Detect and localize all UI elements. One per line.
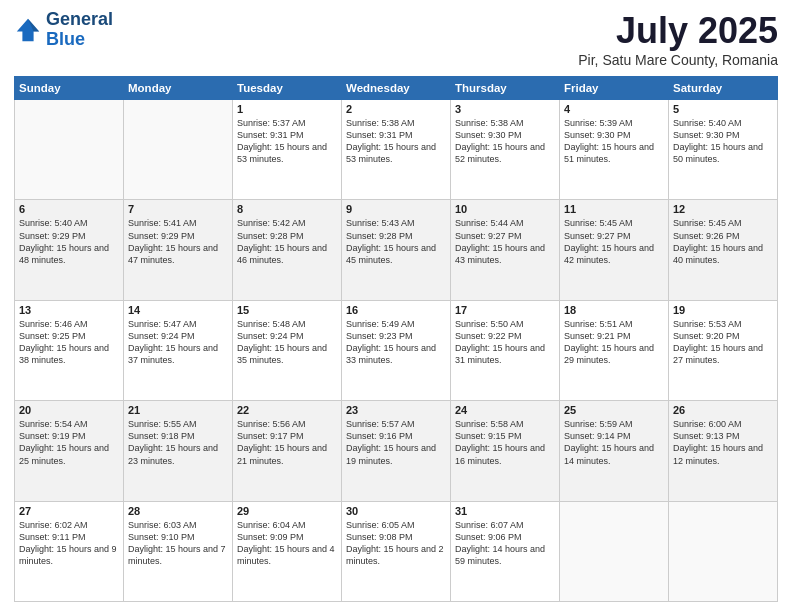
- day-number: 11: [564, 203, 664, 215]
- day-info: Sunrise: 5:57 AM Sunset: 9:16 PM Dayligh…: [346, 418, 446, 467]
- day-info: Sunrise: 5:54 AM Sunset: 9:19 PM Dayligh…: [19, 418, 119, 467]
- day-info: Sunrise: 5:43 AM Sunset: 9:28 PM Dayligh…: [346, 217, 446, 266]
- calendar-cell: 6Sunrise: 5:40 AM Sunset: 9:29 PM Daylig…: [15, 200, 124, 300]
- calendar-week-row: 13Sunrise: 5:46 AM Sunset: 9:25 PM Dayli…: [15, 300, 778, 400]
- day-info: Sunrise: 5:44 AM Sunset: 9:27 PM Dayligh…: [455, 217, 555, 266]
- calendar-cell: 5Sunrise: 5:40 AM Sunset: 9:30 PM Daylig…: [669, 100, 778, 200]
- day-info: Sunrise: 5:46 AM Sunset: 9:25 PM Dayligh…: [19, 318, 119, 367]
- day-info: Sunrise: 6:00 AM Sunset: 9:13 PM Dayligh…: [673, 418, 773, 467]
- day-number: 28: [128, 505, 228, 517]
- day-number: 26: [673, 404, 773, 416]
- day-info: Sunrise: 5:55 AM Sunset: 9:18 PM Dayligh…: [128, 418, 228, 467]
- day-number: 17: [455, 304, 555, 316]
- calendar-cell: 12Sunrise: 5:45 AM Sunset: 9:26 PM Dayli…: [669, 200, 778, 300]
- day-info: Sunrise: 5:38 AM Sunset: 9:31 PM Dayligh…: [346, 117, 446, 166]
- calendar-cell: 21Sunrise: 5:55 AM Sunset: 9:18 PM Dayli…: [124, 401, 233, 501]
- calendar-cell: 17Sunrise: 5:50 AM Sunset: 9:22 PM Dayli…: [451, 300, 560, 400]
- day-info: Sunrise: 6:05 AM Sunset: 9:08 PM Dayligh…: [346, 519, 446, 568]
- day-info: Sunrise: 6:02 AM Sunset: 9:11 PM Dayligh…: [19, 519, 119, 568]
- calendar-cell: 18Sunrise: 5:51 AM Sunset: 9:21 PM Dayli…: [560, 300, 669, 400]
- calendar-cell: 25Sunrise: 5:59 AM Sunset: 9:14 PM Dayli…: [560, 401, 669, 501]
- day-number: 7: [128, 203, 228, 215]
- day-number: 15: [237, 304, 337, 316]
- day-info: Sunrise: 6:03 AM Sunset: 9:10 PM Dayligh…: [128, 519, 228, 568]
- day-number: 10: [455, 203, 555, 215]
- day-number: 5: [673, 103, 773, 115]
- day-info: Sunrise: 5:39 AM Sunset: 9:30 PM Dayligh…: [564, 117, 664, 166]
- day-number: 12: [673, 203, 773, 215]
- day-info: Sunrise: 5:41 AM Sunset: 9:29 PM Dayligh…: [128, 217, 228, 266]
- day-info: Sunrise: 6:07 AM Sunset: 9:06 PM Dayligh…: [455, 519, 555, 568]
- col-header-tuesday: Tuesday: [233, 77, 342, 100]
- day-info: Sunrise: 5:56 AM Sunset: 9:17 PM Dayligh…: [237, 418, 337, 467]
- day-info: Sunrise: 5:40 AM Sunset: 9:29 PM Dayligh…: [19, 217, 119, 266]
- calendar-cell: 23Sunrise: 5:57 AM Sunset: 9:16 PM Dayli…: [342, 401, 451, 501]
- calendar-cell: [124, 100, 233, 200]
- calendar-cell: 15Sunrise: 5:48 AM Sunset: 9:24 PM Dayli…: [233, 300, 342, 400]
- calendar-header-row: SundayMondayTuesdayWednesdayThursdayFrid…: [15, 77, 778, 100]
- calendar-cell: [669, 501, 778, 601]
- title-block: July 2025 Pir, Satu Mare County, Romania: [578, 10, 778, 68]
- day-number: 16: [346, 304, 446, 316]
- day-number: 19: [673, 304, 773, 316]
- logo-line2: Blue: [46, 30, 113, 50]
- day-number: 24: [455, 404, 555, 416]
- day-info: Sunrise: 5:59 AM Sunset: 9:14 PM Dayligh…: [564, 418, 664, 467]
- day-number: 1: [237, 103, 337, 115]
- calendar-week-row: 27Sunrise: 6:02 AM Sunset: 9:11 PM Dayli…: [15, 501, 778, 601]
- calendar-cell: 8Sunrise: 5:42 AM Sunset: 9:28 PM Daylig…: [233, 200, 342, 300]
- day-number: 13: [19, 304, 119, 316]
- calendar-week-row: 6Sunrise: 5:40 AM Sunset: 9:29 PM Daylig…: [15, 200, 778, 300]
- calendar-cell: 31Sunrise: 6:07 AM Sunset: 9:06 PM Dayli…: [451, 501, 560, 601]
- day-number: 18: [564, 304, 664, 316]
- day-number: 2: [346, 103, 446, 115]
- calendar-cell: 3Sunrise: 5:38 AM Sunset: 9:30 PM Daylig…: [451, 100, 560, 200]
- calendar-cell: 4Sunrise: 5:39 AM Sunset: 9:30 PM Daylig…: [560, 100, 669, 200]
- day-number: 4: [564, 103, 664, 115]
- calendar-cell: 2Sunrise: 5:38 AM Sunset: 9:31 PM Daylig…: [342, 100, 451, 200]
- calendar-cell: 19Sunrise: 5:53 AM Sunset: 9:20 PM Dayli…: [669, 300, 778, 400]
- day-number: 8: [237, 203, 337, 215]
- day-number: 14: [128, 304, 228, 316]
- day-number: 20: [19, 404, 119, 416]
- calendar-cell: 14Sunrise: 5:47 AM Sunset: 9:24 PM Dayli…: [124, 300, 233, 400]
- calendar-cell: 9Sunrise: 5:43 AM Sunset: 9:28 PM Daylig…: [342, 200, 451, 300]
- day-number: 6: [19, 203, 119, 215]
- calendar-cell: 28Sunrise: 6:03 AM Sunset: 9:10 PM Dayli…: [124, 501, 233, 601]
- subtitle: Pir, Satu Mare County, Romania: [578, 52, 778, 68]
- col-header-thursday: Thursday: [451, 77, 560, 100]
- calendar-week-row: 20Sunrise: 5:54 AM Sunset: 9:19 PM Dayli…: [15, 401, 778, 501]
- calendar-cell: [15, 100, 124, 200]
- calendar-cell: 16Sunrise: 5:49 AM Sunset: 9:23 PM Dayli…: [342, 300, 451, 400]
- day-info: Sunrise: 5:38 AM Sunset: 9:30 PM Dayligh…: [455, 117, 555, 166]
- calendar-cell: 30Sunrise: 6:05 AM Sunset: 9:08 PM Dayli…: [342, 501, 451, 601]
- day-number: 25: [564, 404, 664, 416]
- day-info: Sunrise: 5:50 AM Sunset: 9:22 PM Dayligh…: [455, 318, 555, 367]
- day-info: Sunrise: 5:53 AM Sunset: 9:20 PM Dayligh…: [673, 318, 773, 367]
- day-info: Sunrise: 5:48 AM Sunset: 9:24 PM Dayligh…: [237, 318, 337, 367]
- main-title: July 2025: [578, 10, 778, 52]
- calendar-cell: 26Sunrise: 6:00 AM Sunset: 9:13 PM Dayli…: [669, 401, 778, 501]
- day-number: 9: [346, 203, 446, 215]
- day-number: 21: [128, 404, 228, 416]
- header: General Blue July 2025 Pir, Satu Mare Co…: [14, 10, 778, 68]
- calendar-cell: 22Sunrise: 5:56 AM Sunset: 9:17 PM Dayli…: [233, 401, 342, 501]
- logo: General Blue: [14, 10, 113, 50]
- page: General Blue July 2025 Pir, Satu Mare Co…: [0, 0, 792, 612]
- col-header-saturday: Saturday: [669, 77, 778, 100]
- day-number: 22: [237, 404, 337, 416]
- day-info: Sunrise: 5:42 AM Sunset: 9:28 PM Dayligh…: [237, 217, 337, 266]
- day-number: 29: [237, 505, 337, 517]
- col-header-monday: Monday: [124, 77, 233, 100]
- calendar-week-row: 1Sunrise: 5:37 AM Sunset: 9:31 PM Daylig…: [15, 100, 778, 200]
- logo-icon: [14, 16, 42, 44]
- col-header-wednesday: Wednesday: [342, 77, 451, 100]
- calendar-cell: 10Sunrise: 5:44 AM Sunset: 9:27 PM Dayli…: [451, 200, 560, 300]
- day-number: 30: [346, 505, 446, 517]
- logo-line1: General: [46, 10, 113, 30]
- calendar-cell: 13Sunrise: 5:46 AM Sunset: 9:25 PM Dayli…: [15, 300, 124, 400]
- day-info: Sunrise: 5:58 AM Sunset: 9:15 PM Dayligh…: [455, 418, 555, 467]
- calendar-cell: [560, 501, 669, 601]
- day-info: Sunrise: 5:45 AM Sunset: 9:27 PM Dayligh…: [564, 217, 664, 266]
- day-number: 23: [346, 404, 446, 416]
